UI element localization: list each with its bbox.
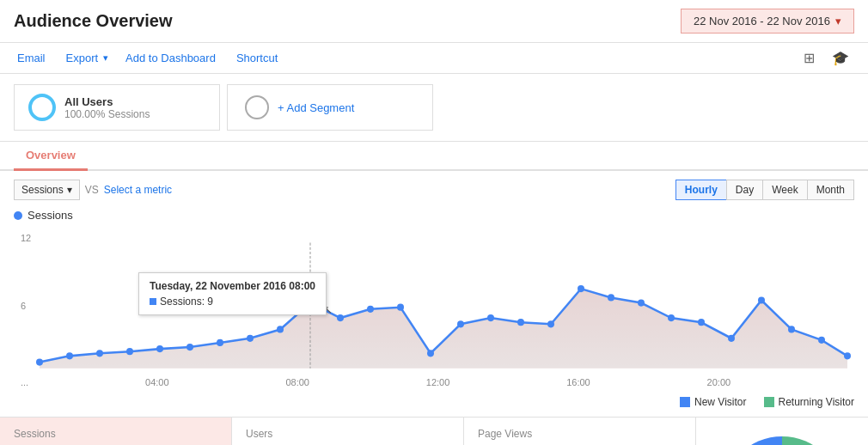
svg-point-20 — [517, 319, 524, 326]
svg-text:6: 6 — [21, 301, 26, 311]
x-label-1: 04:00 — [145, 377, 169, 387]
sessions-text: Sessions — [28, 209, 73, 222]
svg-point-21 — [547, 320, 554, 327]
date-range-button[interactable]: 22 Nov 2016 - 22 Nov 2016 ▾ — [681, 9, 854, 34]
svg-point-22 — [578, 285, 584, 292]
chart-area: 12 6 — [14, 225, 854, 375]
svg-point-28 — [758, 296, 765, 303]
svg-point-25 — [668, 314, 675, 321]
day-button[interactable]: Day — [726, 180, 762, 200]
graduation-icon-button[interactable]: 🎓 — [827, 48, 854, 68]
page-title: Audience Overview — [14, 11, 173, 31]
page-header: Audience Overview 22 Nov 2016 - 22 Nov 2… — [0, 0, 868, 42]
segments-row: All Users 100.00% Sessions + Add Segment — [0, 74, 868, 142]
export-dropdown[interactable]: Export ▾ — [63, 50, 109, 66]
stat-pageviews-label: Page Views — [478, 428, 682, 440]
x-label-5: 20:00 — [707, 377, 731, 387]
metric-select-area: Sessions ▾ VS Select a metric — [14, 180, 172, 200]
chart-legend: New Visitor Returning Visitor — [0, 391, 868, 417]
all-users-pct: 100.00% Sessions — [64, 108, 150, 120]
svg-point-26 — [698, 319, 705, 326]
stat-sessions: Sessions 110 — [0, 418, 232, 445]
add-segment-label: + Add Segment — [278, 101, 354, 114]
toolbar: Email Export ▾ Add to Dashboard Shortcut… — [0, 42, 868, 74]
select-metric-link[interactable]: Select a metric — [104, 184, 172, 196]
add-segment-circle-icon — [245, 95, 269, 119]
svg-point-9 — [186, 344, 193, 351]
week-button[interactable]: Week — [762, 180, 806, 200]
vs-label: VS — [85, 184, 99, 196]
grid-icon: ⊞ — [804, 51, 815, 65]
tooltip-date: Tuesday, 22 November 2016 08:00 — [150, 280, 315, 292]
svg-point-27 — [728, 335, 735, 342]
sessions-series-label: Sessions — [14, 209, 854, 222]
svg-point-8 — [156, 345, 163, 352]
svg-point-4 — [36, 358, 43, 365]
svg-point-17 — [427, 350, 434, 357]
svg-point-30 — [818, 337, 825, 344]
svg-point-19 — [487, 314, 494, 321]
all-users-segment: All Users 100.00% Sessions — [14, 84, 220, 131]
email-button[interactable]: Email — [14, 50, 49, 66]
export-arrow-icon: ▾ — [103, 52, 108, 64]
x-label-4: 16:00 — [566, 377, 590, 387]
svg-point-15 — [367, 306, 374, 313]
all-users-name: All Users — [64, 95, 150, 108]
svg-point-24 — [638, 299, 645, 306]
time-period-buttons: Hourly Day Week Month — [675, 180, 854, 200]
legend-new-visitor: New Visitor — [680, 396, 746, 408]
tooltip-metric-color-icon — [150, 298, 156, 305]
svg-point-14 — [337, 314, 344, 321]
svg-point-5 — [66, 352, 73, 359]
svg-point-10 — [217, 339, 223, 346]
date-range-text: 22 Nov 2016 - 22 Nov 2016 — [694, 15, 830, 27]
date-range-arrow-icon: ▾ — [835, 15, 841, 27]
svg-point-12 — [277, 326, 284, 332]
all-users-circle-icon — [28, 94, 56, 121]
svg-text:12: 12 — [21, 232, 31, 242]
hourly-button[interactable]: Hourly — [675, 180, 726, 200]
svg-point-31 — [844, 352, 851, 359]
x-label-0: ... — [21, 377, 28, 387]
add-segment-button[interactable]: + Add Segment — [227, 84, 433, 131]
sessions-metric-select[interactable]: Sessions ▾ — [14, 180, 80, 200]
svg-point-18 — [457, 320, 464, 327]
donut-chart-svg — [713, 428, 851, 445]
svg-point-7 — [126, 348, 133, 355]
add-to-dashboard-button[interactable]: Add to Dashboard — [122, 50, 219, 66]
returning-visitor-color-icon — [764, 397, 774, 407]
svg-point-16 — [397, 304, 404, 311]
svg-point-23 — [608, 294, 614, 301]
tab-overview[interactable]: Overview — [14, 142, 88, 171]
stat-users: Users 79 — [232, 418, 464, 445]
stats-row: Sessions 110 Users 79 Page Views 185 — [0, 417, 868, 445]
stat-sessions-label: Sessions — [14, 428, 217, 440]
stat-users-label: Users — [246, 428, 449, 440]
tooltip-metric: Sessions: 9 — [150, 296, 315, 308]
tab-row: Overview — [0, 142, 868, 171]
sessions-dropdown-icon: ▾ — [67, 184, 72, 196]
sessions-dot-icon — [14, 211, 22, 220]
legend-returning-visitor: Returning Visitor — [764, 396, 855, 408]
tooltip-metric-value: Sessions: 9 — [160, 296, 213, 308]
x-label-2: 08:00 — [285, 377, 309, 387]
grid-icon-button[interactable]: ⊞ — [798, 48, 820, 68]
donut-chart-area — [696, 418, 868, 445]
shortcut-button[interactable]: Shortcut — [233, 50, 281, 66]
svg-point-29 — [788, 326, 795, 332]
all-users-info: All Users 100.00% Sessions — [64, 95, 150, 120]
new-visitor-label: New Visitor — [694, 396, 746, 408]
chart-section: Sessions ▾ VS Select a metric Hourly Day… — [0, 171, 868, 391]
toolbar-right-icons: ⊞ 🎓 — [798, 48, 854, 68]
x-label-3: 12:00 — [426, 377, 450, 387]
stat-pageviews: Page Views 185 — [464, 418, 696, 445]
month-button[interactable]: Month — [807, 180, 854, 200]
export-button[interactable]: Export — [63, 50, 102, 66]
returning-visitor-label: Returning Visitor — [779, 396, 855, 408]
chart-tooltip: Tuesday, 22 November 2016 08:00 Sessions… — [138, 272, 327, 315]
new-visitor-color-icon — [680, 397, 690, 407]
chart-controls: Sessions ▾ VS Select a metric Hourly Day… — [14, 180, 854, 200]
sessions-metric-label: Sessions — [21, 184, 64, 196]
svg-point-11 — [247, 335, 254, 342]
graduation-icon: 🎓 — [832, 51, 849, 65]
